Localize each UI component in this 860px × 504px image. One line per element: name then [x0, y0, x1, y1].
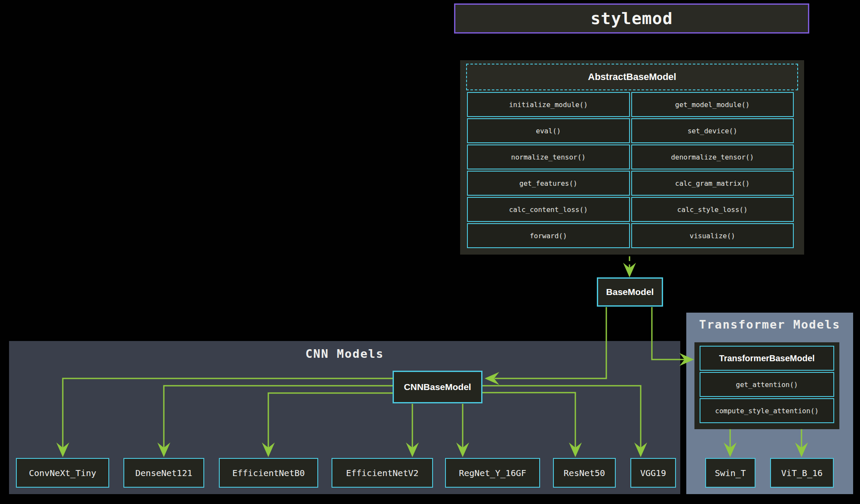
node-resnet50: ResNet50: [553, 458, 616, 488]
node-densenet121: DenseNet121: [123, 458, 204, 488]
node-vit-b-16: ViT_B_16: [770, 458, 834, 488]
node-convnext-tiny: ConvNeXt_Tiny: [16, 458, 109, 488]
method-cell-forward: forward(): [467, 223, 630, 248]
edge-cnnbase-to-efficientnetb0: [268, 393, 394, 448]
node-efficientnetv2: EfficientNetV2: [332, 458, 433, 488]
node-vgg19: VGG19: [630, 458, 676, 488]
method-cell-calc-content-loss: calc_content_loss(): [467, 197, 630, 222]
method-cell-denormalize-tensor: denormalize_tensor(): [631, 144, 794, 169]
abstract-base-model-methods: initialize_module() get_model_module() e…: [467, 92, 794, 248]
method-cell-get-model-module: get_model_module(): [631, 92, 794, 117]
edge-basemodel-to-cnnbase: [494, 307, 606, 378]
method-cell-compute-style-attention: compute_style_attention(): [700, 398, 834, 423]
diagram-title-box: stylemod: [454, 3, 809, 34]
edge-cnnbase-to-convnext: [63, 378, 394, 448]
edge-cnnbase-to-vgg19: [482, 386, 641, 448]
transformer-base-model-block: TransformerBaseModel get_attention() com…: [694, 342, 839, 429]
node-base-model: BaseModel: [597, 277, 663, 307]
diagram-title: stylemod: [590, 9, 673, 28]
node-swin-t: Swin_T: [705, 458, 756, 488]
method-cell-calc-style-loss: calc_style_loss(): [631, 197, 794, 222]
method-cell-get-attention: get_attention(): [700, 372, 834, 397]
node-cnn-base-model: CNNBaseModel: [393, 371, 482, 403]
transformer-base-model-stack: TransformerBaseModel get_attention() com…: [700, 346, 834, 423]
method-cell-normalize-tensor: normalize_tensor(): [467, 144, 630, 169]
abstract-base-model-group: AbstractBaseModel initialize_module() ge…: [460, 60, 804, 255]
transformer-base-model-header: TransformerBaseModel: [700, 346, 834, 371]
method-cell-initialize-module: initialize_module(): [467, 92, 630, 117]
edge-cnnbase-to-resnet50: [482, 393, 575, 448]
method-cell-visualize: visualize(): [631, 223, 794, 248]
method-cell-calc-gram-matrix: calc_gram_matrix(): [631, 171, 794, 196]
method-cell-get-features: get_features(): [467, 171, 630, 196]
edge-cnnbase-to-densenet: [164, 386, 394, 448]
node-regnet-y-16gf: RegNet_Y_16GF: [445, 458, 540, 488]
edge-basemodel-to-transformerbase: [652, 307, 685, 360]
method-cell-eval: eval(): [467, 118, 630, 143]
abstract-base-model-header: AbstractBaseModel: [466, 64, 798, 90]
node-efficientnetb0: EfficientNetB0: [219, 458, 318, 488]
diagram-canvas: stylemod AbstractBaseModel initialize_mo…: [0, 0, 860, 504]
method-cell-set-device: set_device(): [631, 118, 794, 143]
